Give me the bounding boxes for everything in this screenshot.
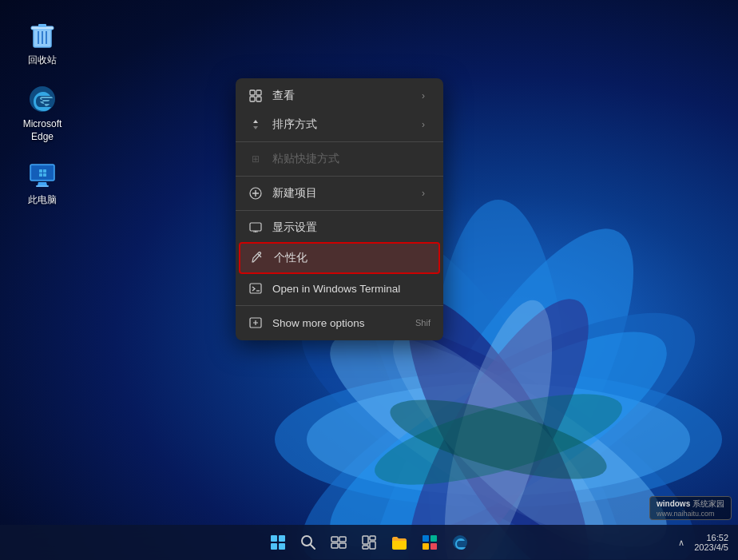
svg-rect-44 [339, 537, 346, 542]
taskbar-date: 2023/4/5 [694, 542, 728, 552]
svg-rect-25 [36, 185, 49, 187]
svg-rect-40 [271, 543, 277, 550]
menu-more-label: Show more options [272, 317, 399, 329]
menu-item-display[interactable]: 显示设置 [236, 213, 443, 242]
desktop-icon-edge[interactable]: Microsoft Edge [14, 80, 70, 146]
svg-rect-41 [279, 543, 285, 550]
taskbar: ∧ 16:52 2023/4/5 [0, 525, 738, 560]
menu-divider-3 [236, 210, 443, 211]
more-options-icon [248, 316, 263, 330]
menu-item-sort[interactable]: 排序方式 › [236, 110, 443, 139]
svg-rect-49 [370, 542, 375, 549]
svg-rect-33 [256, 97, 261, 101]
svg-rect-47 [363, 536, 368, 544]
desktop: 回收站 Microsoft Edge [0, 0, 738, 560]
computer-label: 此电脑 [28, 194, 57, 207]
menu-item-new[interactable]: 新建项目 › [236, 179, 443, 208]
svg-rect-26 [39, 169, 42, 173]
menu-divider-2 [236, 176, 443, 177]
svg-rect-46 [339, 543, 346, 548]
svg-rect-50 [363, 546, 368, 549]
svg-rect-30 [250, 90, 255, 95]
svg-rect-24 [32, 166, 53, 179]
new-item-icon [248, 186, 263, 201]
context-menu: 查看 › 排序方式 › ⊞ 粘贴快捷方式 新建项目 › [236, 78, 443, 340]
svg-rect-28 [39, 173, 42, 177]
svg-rect-53 [423, 543, 429, 550]
svg-rect-29 [43, 173, 46, 177]
taskbar-store-button[interactable] [417, 530, 442, 555]
svg-rect-45 [331, 543, 338, 548]
svg-rect-39 [279, 535, 285, 542]
menu-divider-1 [236, 141, 443, 142]
taskbar-search-button[interactable] [296, 530, 321, 555]
taskbar-explorer-button[interactable] [387, 530, 412, 555]
desktop-icon-computer[interactable]: 此电脑 [14, 156, 70, 210]
menu-paste-label: 粘贴快捷方式 [272, 152, 430, 166]
view-icon [248, 89, 263, 103]
watermark-subtext: 系统家园 [692, 499, 724, 508]
svg-rect-51 [423, 535, 429, 542]
menu-display-label: 显示设置 [272, 220, 430, 235]
svg-rect-38 [271, 535, 277, 542]
svg-rect-27 [43, 169, 46, 173]
svg-rect-36 [250, 284, 261, 293]
edge-label: Microsoft Edge [23, 118, 62, 143]
svg-rect-32 [250, 97, 255, 101]
svg-rect-48 [370, 536, 375, 540]
display-icon [248, 220, 263, 235]
taskbar-right: ∧ 16:52 2023/4/5 [678, 533, 728, 552]
recycle-bin-icon [26, 19, 58, 51]
desktop-icon-recycle[interactable]: 回收站 [14, 16, 70, 70]
svg-rect-35 [250, 223, 261, 231]
watermark-url: www.naihaitu.com [657, 510, 724, 518]
menu-new-label: 新建项目 [272, 186, 407, 201]
menu-item-more-options[interactable]: Show more options Shif [236, 308, 443, 337]
taskbar-taskview-button[interactable] [326, 530, 351, 555]
taskbar-center [265, 530, 473, 555]
svg-rect-43 [331, 537, 338, 542]
svg-rect-17 [38, 24, 46, 27]
menu-sort-label: 排序方式 [272, 117, 407, 132]
svg-rect-31 [256, 90, 261, 95]
personalize-icon [250, 251, 264, 265]
svg-rect-54 [430, 543, 437, 550]
system-tray: ∧ [678, 538, 684, 548]
menu-view-label: 查看 [272, 89, 407, 103]
menu-item-terminal[interactable]: Open in Windows Terminal [236, 274, 443, 303]
taskbar-start-button[interactable] [265, 530, 291, 555]
taskbar-time: 16:52 [706, 533, 728, 542]
recycle-bin-label: 回收站 [28, 54, 57, 67]
svg-rect-52 [430, 535, 437, 542]
computer-icon [26, 159, 58, 191]
chevron-right-icon: › [416, 89, 430, 103]
sort-icon [248, 117, 263, 132]
chevron-right-icon3: › [416, 186, 430, 201]
taskbar-widgets-button[interactable] [356, 530, 382, 555]
menu-item-personalize[interactable]: 个性化 [239, 242, 440, 274]
svg-point-42 [302, 536, 311, 546]
menu-more-shortcut: Shif [415, 318, 430, 328]
menu-personalize-label: 个性化 [274, 251, 429, 265]
menu-item-view[interactable]: 查看 › [236, 81, 443, 110]
watermark: windows 系统家园 www.naihaitu.com [649, 496, 732, 520]
watermark-logo: windows 系统家园 www.naihaitu.com [649, 496, 732, 520]
terminal-icon [248, 281, 263, 296]
taskbar-edge-button[interactable] [447, 530, 473, 555]
menu-terminal-label: Open in Windows Terminal [272, 283, 430, 295]
watermark-text: windows [657, 499, 690, 508]
paste-shortcut-icon: ⊞ [248, 152, 263, 166]
menu-divider-4 [236, 305, 443, 306]
chevron-right-icon2: › [416, 117, 430, 132]
edge-icon [26, 83, 58, 115]
menu-item-paste-shortcut: ⊞ 粘贴快捷方式 [236, 145, 443, 173]
